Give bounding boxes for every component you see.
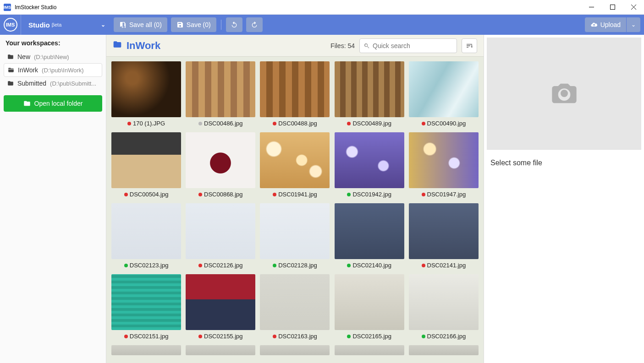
svg-rect-1 (610, 5, 615, 10)
file-item[interactable] (260, 345, 330, 355)
file-item[interactable]: DSC02166.jpg (409, 274, 479, 340)
file-thumbnail[interactable] (186, 345, 255, 355)
file-name: DSC01941.jpg (278, 191, 317, 198)
file-item[interactable]: DSC01941.jpg (260, 132, 330, 198)
upload-chevron-button[interactable]: ⌄ (627, 17, 640, 32)
search-icon (363, 43, 370, 49)
save-icon (176, 21, 184, 28)
status-dot (124, 264, 128, 267)
save-button[interactable]: Save (0) (171, 17, 216, 32)
status-dot (198, 122, 202, 125)
upload-label: Upload (600, 21, 621, 28)
undo-button[interactable] (226, 17, 242, 32)
file-name: DSC01947.jpg (427, 191, 466, 198)
file-item[interactable]: DSC00504.jpg (111, 132, 181, 198)
folder-icon (113, 40, 122, 51)
file-thumbnail[interactable] (335, 203, 404, 259)
sort-button[interactable] (462, 38, 477, 53)
file-item[interactable]: DSC02123.jpg (111, 203, 181, 269)
file-browser-header: InWork Files: 54 (106, 35, 484, 57)
file-thumbnail[interactable] (260, 203, 330, 259)
folder-icon (7, 54, 14, 60)
window-title: ImStocker Studio (15, 4, 56, 11)
studio-label: Studio (28, 21, 50, 29)
redo-icon (251, 21, 258, 28)
file-thumbnail[interactable] (409, 345, 479, 355)
file-item[interactable]: 170 (1).JPG (111, 61, 181, 127)
beta-label: βeta (52, 22, 62, 27)
file-item[interactable]: DSC00486.jpg (186, 61, 255, 127)
file-thumbnail[interactable] (335, 274, 404, 330)
file-item[interactable]: DSC02140.jpg (335, 203, 404, 269)
redo-button[interactable] (246, 17, 263, 32)
file-name: DSC02141.jpg (427, 262, 466, 269)
file-name: DSC00489.jpg (352, 120, 391, 127)
status-dot (347, 122, 351, 125)
file-item[interactable]: DSC02126.jpg (186, 203, 255, 269)
file-item[interactable]: DSC00868.jpg (186, 132, 255, 198)
file-name: DSC02128.jpg (278, 262, 317, 269)
sidebar-item-inwork[interactable]: InWork(D:\pub\InWork) (4, 63, 102, 77)
file-thumbnail[interactable] (335, 61, 404, 117)
file-item[interactable]: DSC02155.jpg (186, 274, 255, 340)
file-item[interactable] (409, 345, 479, 355)
file-item[interactable]: DSC02165.jpg (335, 274, 404, 340)
file-thumbnail[interactable] (186, 274, 255, 330)
toolbar-divider (221, 20, 221, 30)
sidebar-item-new[interactable]: New(D:\pub\New) (4, 50, 102, 63)
sort-icon (466, 42, 473, 49)
search-input[interactable] (373, 42, 453, 49)
file-thumbnail[interactable] (260, 132, 330, 188)
status-dot (198, 335, 202, 338)
upload-button[interactable]: Upload (585, 17, 626, 32)
file-item[interactable]: DSC02128.jpg (260, 203, 330, 269)
file-thumbnail[interactable] (335, 345, 404, 355)
status-dot (347, 264, 351, 267)
file-thumbnail[interactable] (409, 274, 479, 330)
thumbnail-scroll[interactable]: 170 (1).JPGDSC00486.jpgDSC00488.jpgDSC00… (106, 57, 484, 363)
file-item[interactable]: DSC00490.jpg (409, 61, 479, 127)
file-thumbnail[interactable] (186, 61, 255, 117)
window-minimize-button[interactable] (581, 0, 602, 14)
file-item[interactable]: DSC02151.jpg (111, 274, 181, 340)
file-thumbnail[interactable] (335, 132, 404, 188)
file-thumbnail[interactable] (186, 203, 255, 259)
file-thumbnail[interactable] (111, 132, 181, 188)
file-thumbnail[interactable] (260, 61, 330, 117)
window-close-button[interactable] (623, 0, 644, 14)
file-thumbnail[interactable] (409, 61, 479, 117)
file-thumbnail[interactable] (409, 203, 479, 259)
folder-icon (7, 80, 14, 87)
file-browser: InWork Files: 54 170 (1).JPGDSC00486.jpg… (106, 35, 484, 363)
file-thumbnail[interactable] (186, 132, 255, 188)
file-item[interactable]: DSC02141.jpg (409, 203, 479, 269)
camera-icon (550, 79, 579, 108)
file-item[interactable] (186, 345, 255, 355)
status-dot (127, 122, 131, 125)
studio-dropdown[interactable]: Studio βeta ⌄ (25, 15, 110, 35)
file-thumbnail[interactable] (260, 345, 330, 355)
save-all-button[interactable]: Save all (0) (114, 17, 167, 32)
file-name: DSC00504.jpg (130, 191, 169, 198)
file-item[interactable]: DSC01947.jpg (409, 132, 479, 198)
file-thumbnail[interactable] (111, 61, 181, 117)
file-name: DSC00868.jpg (204, 191, 243, 198)
file-thumbnail[interactable] (260, 274, 330, 330)
file-item[interactable]: DSC00489.jpg (335, 61, 404, 127)
window-maximize-button[interactable] (602, 0, 623, 14)
file-thumbnail[interactable] (111, 203, 181, 259)
file-thumbnail[interactable] (111, 345, 181, 355)
file-item[interactable]: DSC02163.jpg (260, 274, 330, 340)
file-thumbnail[interactable] (409, 132, 479, 188)
app-icon: IMS (4, 4, 11, 11)
file-item[interactable] (335, 345, 404, 355)
undo-icon (231, 21, 238, 28)
file-item[interactable] (111, 345, 181, 355)
open-local-folder-button[interactable]: Open local folder (4, 95, 102, 112)
status-dot (422, 193, 425, 196)
file-item[interactable]: DSC00488.jpg (260, 61, 330, 127)
file-thumbnail[interactable] (111, 274, 181, 330)
quick-search[interactable] (359, 38, 457, 53)
sidebar-item-submitted[interactable]: Submitted(D:\pub\Submitt... (4, 77, 102, 90)
file-item[interactable]: DSC01942.jpg (335, 132, 404, 198)
